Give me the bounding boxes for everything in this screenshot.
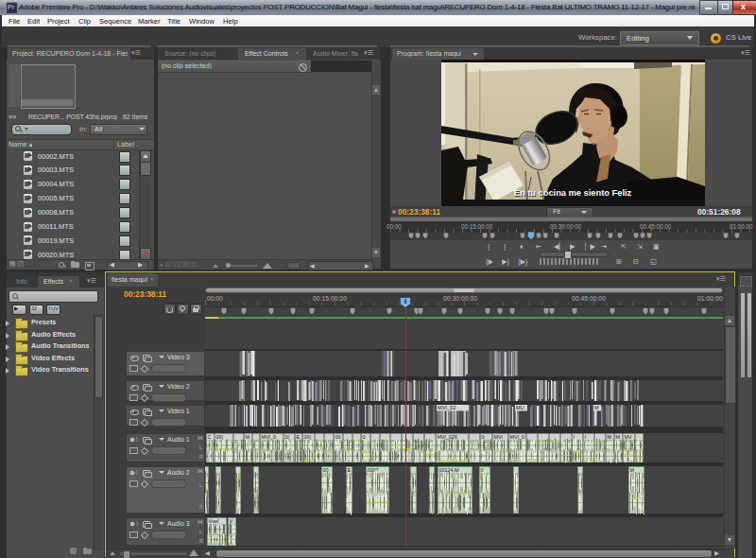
svg-text:MVI: MVI [494,434,504,440]
svg-text:0(: 0( [285,434,290,440]
svg-text:En tu cocina me siento Feliz: En tu cocina me siento Feliz [514,188,632,198]
svg-text:M: M [594,405,599,410]
svg-text:C: C [208,434,212,440]
svg-text:E: E [297,434,301,440]
svg-text:MVI_02: MVI_02 [438,405,455,410]
svg-text:I: I [574,434,576,440]
svg-text:00(: 00( [304,434,312,440]
svg-text:M: M [608,434,612,440]
svg-text:M: M [246,434,250,440]
svg-text:MV: MV [625,434,632,440]
svg-text:I: I [585,434,587,440]
svg-text:MU: MU [516,405,524,410]
svg-text:0: 0 [482,434,485,440]
svg-text:MVI_0: MVI_0 [510,434,525,440]
svg-text:MVI_0: MVI_0 [262,434,277,440]
svg-text:M: M [630,467,635,473]
svg-text:Vuel: Vuel [209,518,219,524]
svg-text:00(: 00( [216,434,224,440]
svg-text:M: M [616,434,621,440]
